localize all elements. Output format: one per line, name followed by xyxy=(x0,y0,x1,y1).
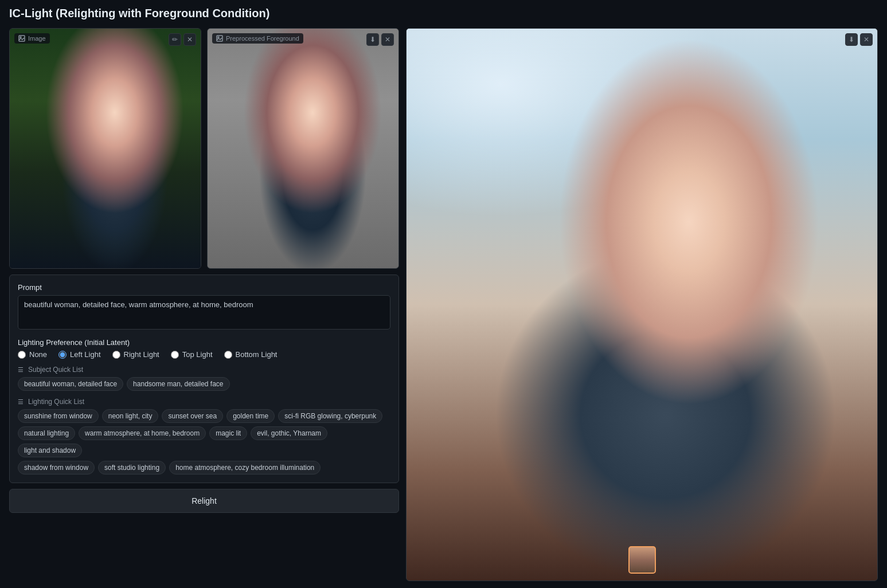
lighting-tag-1-4[interactable]: light and shadow xyxy=(18,444,82,457)
radio-none[interactable]: None xyxy=(18,350,47,359)
prompt-section: Prompt xyxy=(18,283,390,331)
lighting-tag-0-2[interactable]: sunset over sea xyxy=(162,409,223,423)
radio-bottom-light[interactable]: Bottom Light xyxy=(224,350,278,359)
lighting-tag-1-1[interactable]: warm atmosphere, at home, bedroom xyxy=(79,426,206,440)
output-thumbnail-0[interactable] xyxy=(628,546,656,574)
download-output-button[interactable]: ⬇ xyxy=(845,33,858,46)
close-image-button[interactable]: ✕ xyxy=(183,33,196,46)
page-title: IC-Light (Relighting with Foreground Con… xyxy=(9,7,878,20)
hamburger-icon-2: ☰ xyxy=(18,398,24,406)
lighting-tag-1-2[interactable]: magic lit xyxy=(209,426,247,440)
preprocessed-foreground-label: Preprocessed Foreground xyxy=(212,33,303,44)
lighting-tag-2-0[interactable]: shadow from window xyxy=(18,461,95,475)
lighting-tag-0-3[interactable]: golden time xyxy=(226,409,275,423)
lighting-tag-0-4[interactable]: sci-fi RGB glowing, cyberpunk xyxy=(278,409,382,423)
radio-right-light[interactable]: Right Light xyxy=(112,350,159,359)
prompt-textarea[interactable] xyxy=(18,295,390,330)
edit-image-button[interactable]: ✏ xyxy=(169,33,181,46)
lighting-tag-2-1[interactable]: soft studio lighting xyxy=(98,461,166,475)
images-row: Image ✏ ✕ xyxy=(9,28,399,269)
lighting-tag-0-1[interactable]: neon light, city xyxy=(102,409,159,423)
thumbnail-strip xyxy=(628,546,656,574)
lighting-tag-0-0[interactable]: sunshine from window xyxy=(18,409,99,423)
close-output-button[interactable]: ✕ xyxy=(860,33,873,46)
output-panel-actions: ⬇ ✕ xyxy=(845,33,873,46)
lighting-tags-row-0: sunshine from window neon light, city su… xyxy=(18,409,390,423)
subject-quick-list-header: ☰ Subject Quick List xyxy=(18,366,390,374)
subject-tag-1[interactable]: handsome man, detailed face xyxy=(127,377,229,391)
lighting-preference-label: Lighting Preference (Initial Latent) xyxy=(18,338,390,347)
image-input-box: Image ✏ ✕ xyxy=(9,28,201,269)
subject-quick-list-section: ☰ Subject Quick List beautiful woman, de… xyxy=(18,366,390,391)
controls-panel: Prompt Lighting Preference (Initial Late… xyxy=(9,275,399,483)
preprocessed-foreground-image xyxy=(208,29,398,268)
hamburger-icon: ☰ xyxy=(18,366,24,374)
preprocessed-foreground-box: Preprocessed Foreground ⬇ ✕ xyxy=(207,28,399,269)
relight-button[interactable]: Relight xyxy=(9,489,399,513)
radio-left-light[interactable]: Left Light xyxy=(58,350,101,359)
lighting-tags-row-1: natural lighting warm atmosphere, at hom… xyxy=(18,426,390,457)
image-input-actions: ✏ ✕ xyxy=(169,33,196,46)
lighting-quick-list-header: ☰ Lighting Quick List xyxy=(18,398,390,406)
lighting-quick-list-section: ☰ Lighting Quick List sunshine from wind… xyxy=(18,398,390,475)
lighting-tag-2-2[interactable]: home atmosphere, cozy bedroom illuminati… xyxy=(169,461,321,475)
subject-tags-row: beautiful woman, detailed face handsome … xyxy=(18,377,390,391)
svg-point-1 xyxy=(20,37,21,38)
lighting-tags-row-2: shadow from window soft studio lighting … xyxy=(18,461,390,475)
left-panel: Image ✏ ✕ xyxy=(9,28,399,581)
svg-point-3 xyxy=(218,37,219,38)
image-input-label: Image xyxy=(14,33,50,44)
prompt-label: Prompt xyxy=(18,283,390,292)
lighting-preference-section: Lighting Preference (Initial Latent) Non… xyxy=(18,338,390,359)
lighting-tag-1-3[interactable]: evil, gothic, Yharnam xyxy=(251,426,327,440)
subject-tag-0[interactable]: beautiful woman, detailed face xyxy=(18,377,123,391)
radio-top-light[interactable]: Top Light xyxy=(171,350,213,359)
lighting-tag-1-0[interactable]: natural lighting xyxy=(18,426,75,440)
input-image xyxy=(10,29,201,268)
preprocessed-foreground-actions: ⬇ ✕ xyxy=(366,33,394,46)
output-panel: ⬇ ✕ xyxy=(406,28,878,581)
lighting-options-row: None Left Light Right Light Top Lig xyxy=(18,350,390,359)
output-image xyxy=(407,29,877,581)
close-preprocessed-button[interactable]: ✕ xyxy=(381,33,394,46)
download-preprocessed-button[interactable]: ⬇ xyxy=(366,33,379,46)
